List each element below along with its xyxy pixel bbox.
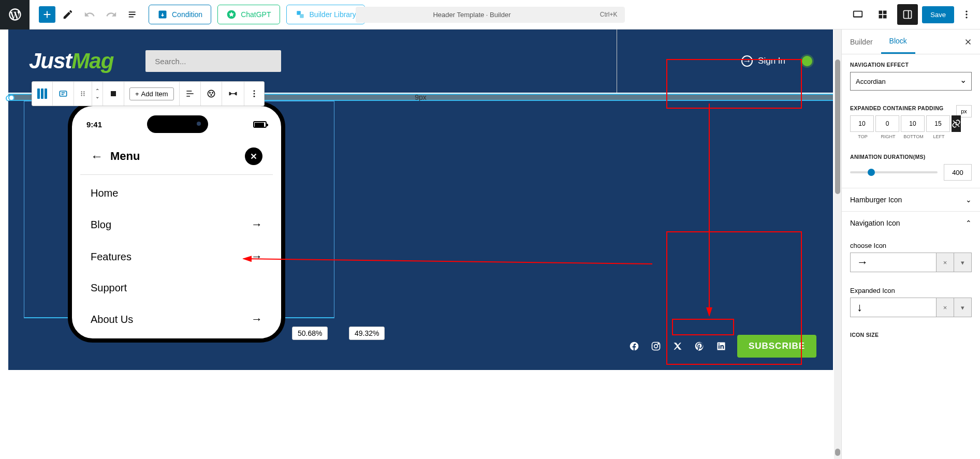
- scrollbar-thumb[interactable]: [835, 60, 840, 194]
- align-icon[interactable]: [103, 82, 124, 106]
- clear-icon-button[interactable]: ×: [937, 298, 954, 317]
- add-item-button[interactable]: +Add Item: [124, 82, 180, 106]
- animation-section: ANIMATION DURATION(MS): [842, 146, 980, 188]
- padding-bottom-input[interactable]: [901, 115, 925, 132]
- add-block-button[interactable]: [39, 6, 55, 23]
- columns-block-icon[interactable]: [32, 82, 53, 106]
- link-padding-icon[interactable]: [952, 115, 961, 132]
- color-icon[interactable]: [201, 82, 222, 106]
- pinterest-icon[interactable]: [694, 340, 705, 352]
- responsive-icon[interactable]: [872, 4, 893, 25]
- arrow-right-icon: →: [251, 250, 262, 263]
- clear-icon-button[interactable]: ×: [937, 253, 954, 272]
- block-toolbar: ⌃⌄ +Add Item: [32, 81, 265, 106]
- svg-point-20: [208, 90, 214, 97]
- editor-canvas[interactable]: JustMag → Sign In ⌃⌄ +Add Item: [0, 29, 841, 459]
- theme-toggle-icon[interactable]: [802, 56, 812, 66]
- expanded-icon-section: Expanded Icon ↓ × ▾: [842, 279, 980, 324]
- svg-point-17: [81, 95, 82, 96]
- icon-dropdown-button[interactable]: ▾: [954, 298, 972, 317]
- svg-rect-6: [879, 15, 883, 19]
- chatgpt-button[interactable]: ChatGPT: [217, 5, 280, 24]
- wordpress-logo-icon[interactable]: [0, 0, 30, 29]
- document-title: Header Template · Builder: [433, 11, 510, 19]
- more-options-icon[interactable]: [958, 6, 975, 23]
- nav-effect-select[interactable]: Accordian: [850, 72, 972, 91]
- search-input[interactable]: [145, 50, 281, 72]
- padding-top-input[interactable]: [850, 115, 874, 132]
- settings-sidebar: Builder Block NAVIGATION EFFECT Accordia…: [841, 29, 980, 459]
- tab-builder[interactable]: Builder: [842, 29, 881, 54]
- x-twitter-icon[interactable]: [672, 340, 683, 352]
- scrollbar-thumb[interactable]: [835, 449, 840, 456]
- svg-rect-2: [300, 14, 304, 18]
- library-button[interactable]: Builder Library: [286, 5, 365, 24]
- desktop-view-icon[interactable]: [847, 4, 868, 25]
- close-icon[interactable]: [245, 147, 262, 165]
- save-button[interactable]: Save: [922, 6, 954, 23]
- close-sidebar-icon[interactable]: [956, 29, 980, 54]
- padding-label: EXPANDED CONTAINER PADDING: [850, 105, 972, 111]
- linkedin-icon[interactable]: [715, 340, 727, 352]
- width-icon[interactable]: [222, 82, 244, 106]
- svg-point-22: [212, 93, 213, 94]
- menu-item-support[interactable]: Support: [80, 273, 273, 303]
- phone-time: 9:41: [86, 120, 102, 129]
- chatgpt-label: ChatGPT: [241, 10, 271, 19]
- tab-block[interactable]: Block: [881, 29, 915, 54]
- subscribe-button[interactable]: SUBSCRIBE: [737, 335, 816, 358]
- drag-handle-icon[interactable]: [74, 82, 92, 106]
- svg-point-15: [81, 93, 82, 94]
- facebook-icon[interactable]: [628, 340, 640, 352]
- condition-label: Condition: [172, 10, 202, 19]
- redo-icon[interactable]: [102, 5, 121, 24]
- nav-icon-section-toggle[interactable]: Navigation Icon ⌃: [842, 211, 980, 234]
- svg-point-28: [654, 345, 658, 348]
- signin-link[interactable]: → Sign In: [741, 55, 785, 67]
- svg-point-9: [966, 11, 967, 12]
- svg-point-10: [966, 13, 967, 15]
- document-title-bar[interactable]: Header Template · Builder Ctrl+K: [355, 7, 624, 23]
- block-more-icon[interactable]: [244, 82, 264, 106]
- settings-panel-toggle-icon[interactable]: [897, 4, 918, 25]
- padding-left-input[interactable]: [926, 115, 950, 132]
- icon-dropdown-button[interactable]: ▾: [954, 253, 972, 272]
- justify-icon[interactable]: [180, 82, 201, 106]
- instagram-icon[interactable]: [650, 340, 662, 352]
- svg-point-11: [966, 17, 967, 18]
- svg-rect-4: [879, 11, 883, 14]
- back-arrow-icon[interactable]: ←: [91, 149, 103, 164]
- hamburger-section-toggle[interactable]: Hamburger Icon ⌄: [842, 188, 980, 211]
- menu-item-about[interactable]: About Us→: [80, 303, 273, 335]
- svg-rect-8: [904, 11, 912, 19]
- move-arrows-icon[interactable]: ⌃⌄: [92, 82, 103, 106]
- svg-point-13: [81, 91, 82, 92]
- shortcut-hint: Ctrl+K: [600, 11, 618, 18]
- duration-input[interactable]: [944, 164, 972, 181]
- top-toolbar: Condition ChatGPT Builder Library Header…: [0, 0, 980, 29]
- mobile-preview: 9:41 ← Menu Home: [68, 102, 285, 343]
- svg-rect-19: [111, 91, 116, 96]
- menu-title: Menu: [110, 150, 140, 163]
- document-outline-icon[interactable]: [124, 5, 142, 24]
- menu-item-home[interactable]: Home: [80, 178, 273, 209]
- chevron-up-icon: ⌃: [966, 219, 972, 227]
- svg-rect-3: [854, 11, 862, 17]
- svg-point-16: [83, 93, 84, 94]
- signin-label: Sign In: [758, 56, 785, 66]
- condition-button[interactable]: Condition: [149, 5, 211, 24]
- phone-notch: [147, 115, 208, 133]
- footer-social-bar: SUBSCRIBE: [628, 335, 816, 358]
- padding-right-input[interactable]: [875, 115, 899, 132]
- edit-icon[interactable]: [58, 5, 77, 24]
- menu-item-blog[interactable]: Blog→: [80, 209, 273, 241]
- arrow-right-icon: →: [251, 313, 262, 326]
- container-icon[interactable]: [53, 82, 74, 106]
- svg-point-14: [83, 91, 84, 92]
- column-size-right: 49.32%: [349, 327, 385, 340]
- menu-item-features[interactable]: Features→: [80, 241, 273, 273]
- icon-size-section: ICON SIZE: [842, 324, 980, 344]
- svg-point-23: [211, 95, 212, 96]
- undo-icon[interactable]: [80, 5, 99, 24]
- duration-slider[interactable]: [850, 171, 938, 173]
